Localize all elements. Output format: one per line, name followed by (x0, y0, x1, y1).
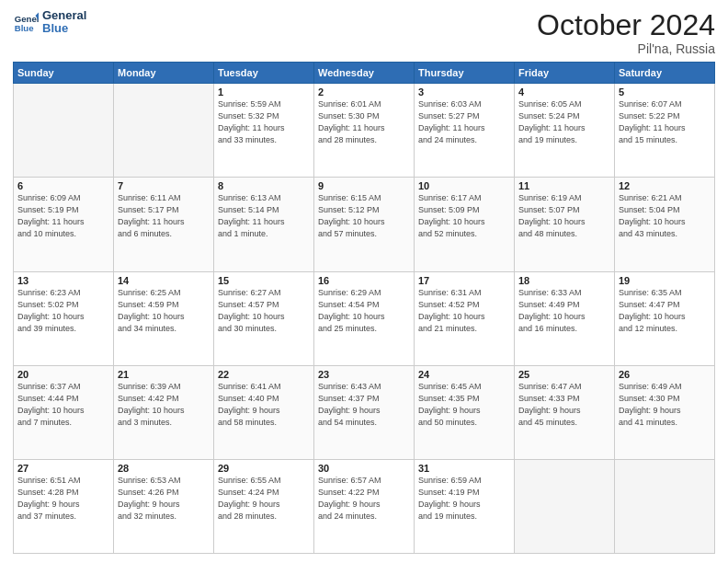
day-number: 18 (518, 275, 610, 286)
day-number: 20 (17, 369, 109, 380)
weekday-header: Friday (515, 63, 615, 84)
calendar-cell (114, 84, 214, 178)
calendar-cell: 22Sunrise: 6:41 AM Sunset: 4:40 PM Dayli… (214, 365, 314, 459)
calendar-cell: 13Sunrise: 6:23 AM Sunset: 5:02 PM Dayli… (14, 271, 114, 365)
calendar-cell: 14Sunrise: 6:25 AM Sunset: 4:59 PM Dayli… (114, 271, 214, 365)
calendar-cell (14, 84, 114, 178)
calendar-cell: 30Sunrise: 6:57 AM Sunset: 4:22 PM Dayli… (314, 459, 415, 553)
calendar-week-row: 27Sunrise: 6:51 AM Sunset: 4:28 PM Dayli… (14, 459, 715, 553)
logo-blue: Blue (42, 22, 86, 35)
logo-general: General (42, 9, 86, 22)
day-info: Sunrise: 6:07 AM Sunset: 5:22 PM Dayligh… (619, 98, 711, 146)
calendar-cell: 20Sunrise: 6:37 AM Sunset: 4:44 PM Dayli… (14, 365, 114, 459)
svg-text:Blue: Blue (15, 23, 34, 33)
month-title: October 2024 (537, 9, 715, 41)
logo: General Blue General Blue (13, 9, 86, 36)
calendar-cell: 7Sunrise: 6:11 AM Sunset: 5:17 PM Daylig… (114, 178, 214, 271)
day-info: Sunrise: 6:45 AM Sunset: 4:35 PM Dayligh… (418, 381, 510, 429)
calendar-cell: 28Sunrise: 6:53 AM Sunset: 4:26 PM Dayli… (114, 459, 214, 553)
day-number: 14 (118, 275, 210, 286)
calendar-cell: 9Sunrise: 6:15 AM Sunset: 5:12 PM Daylig… (314, 178, 415, 271)
day-info: Sunrise: 6:53 AM Sunset: 4:26 PM Dayligh… (118, 475, 210, 523)
calendar-cell: 26Sunrise: 6:49 AM Sunset: 4:30 PM Dayli… (615, 365, 715, 459)
calendar-cell: 4Sunrise: 6:05 AM Sunset: 5:24 PM Daylig… (515, 84, 615, 178)
calendar-cell: 18Sunrise: 6:33 AM Sunset: 4:49 PM Dayli… (515, 271, 615, 365)
day-info: Sunrise: 5:59 AM Sunset: 5:32 PM Dayligh… (218, 98, 310, 146)
calendar-cell: 17Sunrise: 6:31 AM Sunset: 4:52 PM Dayli… (415, 271, 515, 365)
calendar-cell: 3Sunrise: 6:03 AM Sunset: 5:27 PM Daylig… (415, 84, 515, 178)
day-info: Sunrise: 6:43 AM Sunset: 4:37 PM Dayligh… (318, 381, 410, 429)
day-number: 27 (17, 463, 109, 474)
day-info: Sunrise: 6:05 AM Sunset: 5:24 PM Dayligh… (518, 98, 610, 146)
day-number: 25 (518, 369, 610, 380)
weekday-header: Tuesday (214, 63, 314, 84)
day-info: Sunrise: 6:49 AM Sunset: 4:30 PM Dayligh… (619, 381, 711, 429)
weekday-header: Saturday (615, 63, 715, 84)
day-number: 11 (518, 180, 610, 191)
weekday-header: Thursday (415, 63, 515, 84)
calendar-cell: 1Sunrise: 5:59 AM Sunset: 5:32 PM Daylig… (214, 84, 314, 178)
day-number: 22 (218, 369, 310, 380)
calendar-cell: 21Sunrise: 6:39 AM Sunset: 4:42 PM Dayli… (114, 365, 214, 459)
calendar-cell: 6Sunrise: 6:09 AM Sunset: 5:19 PM Daylig… (14, 178, 114, 271)
title-block: October 2024 Pil'na, Russia (537, 9, 715, 56)
calendar-cell: 8Sunrise: 6:13 AM Sunset: 5:14 PM Daylig… (214, 178, 314, 271)
day-number: 5 (619, 86, 711, 98)
day-number: 6 (17, 180, 109, 191)
day-info: Sunrise: 6:01 AM Sunset: 5:30 PM Dayligh… (318, 98, 410, 146)
day-info: Sunrise: 6:37 AM Sunset: 4:44 PM Dayligh… (17, 381, 109, 429)
calendar-cell (615, 459, 715, 553)
calendar-cell: 27Sunrise: 6:51 AM Sunset: 4:28 PM Dayli… (14, 459, 114, 553)
day-number: 3 (418, 86, 510, 98)
day-number: 31 (418, 463, 510, 474)
day-number: 16 (318, 275, 410, 286)
day-info: Sunrise: 6:33 AM Sunset: 4:49 PM Dayligh… (518, 287, 610, 335)
day-info: Sunrise: 6:09 AM Sunset: 5:19 PM Dayligh… (17, 192, 109, 240)
day-number: 24 (418, 369, 510, 380)
calendar-cell: 31Sunrise: 6:59 AM Sunset: 4:19 PM Dayli… (415, 459, 515, 553)
day-number: 9 (318, 180, 410, 191)
day-info: Sunrise: 6:39 AM Sunset: 4:42 PM Dayligh… (118, 381, 210, 429)
day-number: 15 (218, 275, 310, 286)
day-info: Sunrise: 6:19 AM Sunset: 5:07 PM Dayligh… (518, 192, 610, 240)
day-number: 28 (118, 463, 210, 474)
day-info: Sunrise: 6:59 AM Sunset: 4:19 PM Dayligh… (418, 475, 510, 523)
day-info: Sunrise: 6:29 AM Sunset: 4:54 PM Dayligh… (318, 287, 410, 335)
day-info: Sunrise: 6:47 AM Sunset: 4:33 PM Dayligh… (518, 381, 610, 429)
day-number: 4 (518, 86, 610, 98)
day-info: Sunrise: 6:15 AM Sunset: 5:12 PM Dayligh… (318, 192, 410, 240)
day-info: Sunrise: 6:51 AM Sunset: 4:28 PM Dayligh… (17, 475, 109, 523)
day-number: 26 (619, 369, 711, 380)
day-number: 30 (318, 463, 410, 474)
day-info: Sunrise: 6:21 AM Sunset: 5:04 PM Dayligh… (619, 192, 711, 240)
calendar-cell: 16Sunrise: 6:29 AM Sunset: 4:54 PM Dayli… (314, 271, 415, 365)
header: General Blue General Blue October 2024 P… (13, 9, 715, 56)
calendar-cell: 5Sunrise: 6:07 AM Sunset: 5:22 PM Daylig… (615, 84, 715, 178)
day-number: 12 (619, 180, 711, 191)
page: General Blue General Blue October 2024 P… (0, 0, 728, 563)
day-info: Sunrise: 6:57 AM Sunset: 4:22 PM Dayligh… (318, 475, 410, 523)
calendar-week-row: 13Sunrise: 6:23 AM Sunset: 5:02 PM Dayli… (14, 271, 715, 365)
calendar-cell: 2Sunrise: 6:01 AM Sunset: 5:30 PM Daylig… (314, 84, 415, 178)
calendar-table: SundayMondayTuesdayWednesdayThursdayFrid… (13, 62, 715, 554)
day-number: 13 (17, 275, 109, 286)
day-info: Sunrise: 6:55 AM Sunset: 4:24 PM Dayligh… (218, 475, 310, 523)
calendar-cell: 10Sunrise: 6:17 AM Sunset: 5:09 PM Dayli… (415, 178, 515, 271)
day-info: Sunrise: 6:41 AM Sunset: 4:40 PM Dayligh… (218, 381, 310, 429)
location: Pil'na, Russia (537, 41, 715, 56)
calendar-cell: 19Sunrise: 6:35 AM Sunset: 4:47 PM Dayli… (615, 271, 715, 365)
calendar-week-row: 20Sunrise: 6:37 AM Sunset: 4:44 PM Dayli… (14, 365, 715, 459)
calendar-cell: 24Sunrise: 6:45 AM Sunset: 4:35 PM Dayli… (415, 365, 515, 459)
day-number: 2 (318, 86, 410, 98)
day-info: Sunrise: 6:03 AM Sunset: 5:27 PM Dayligh… (418, 98, 510, 146)
day-number: 8 (218, 180, 310, 191)
calendar-week-row: 1Sunrise: 5:59 AM Sunset: 5:32 PM Daylig… (14, 84, 715, 178)
weekday-header: Wednesday (314, 63, 415, 84)
day-info: Sunrise: 6:25 AM Sunset: 4:59 PM Dayligh… (118, 287, 210, 335)
day-number: 21 (118, 369, 210, 380)
calendar-cell: 29Sunrise: 6:55 AM Sunset: 4:24 PM Dayli… (214, 459, 314, 553)
day-number: 7 (118, 180, 210, 191)
weekday-header: Monday (114, 63, 214, 84)
calendar-cell: 23Sunrise: 6:43 AM Sunset: 4:37 PM Dayli… (314, 365, 415, 459)
day-number: 10 (418, 180, 510, 191)
